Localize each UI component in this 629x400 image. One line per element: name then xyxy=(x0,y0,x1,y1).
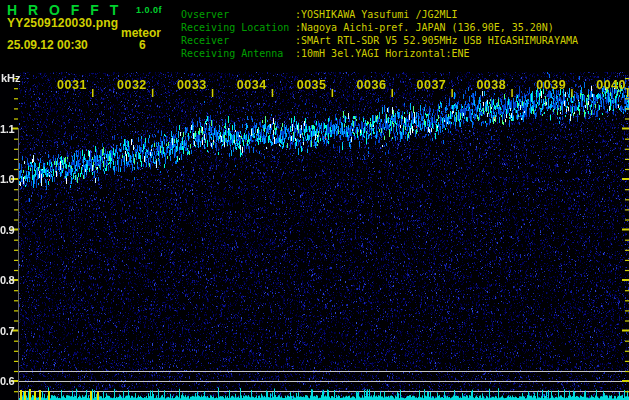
freq-axis-label: 1.1 xyxy=(0,123,14,135)
time-label: 0037 xyxy=(411,79,451,91)
info-value: :Nagoya Aichi-pref. JAPAN (136.90E, 35.2… xyxy=(295,22,554,33)
freq-axis-unit: kHz xyxy=(1,72,21,84)
station-info-block: Ovserver:YOSHIKAWA Yasufumi /JG2MLIRecei… xyxy=(181,8,578,60)
info-row: Ovserver:YOSHIKAWA Yasufumi /JG2MLI xyxy=(181,8,578,21)
time-label: 0038 xyxy=(471,79,511,91)
time-label: 0035 xyxy=(292,79,332,91)
info-row: Receiving Antenna:10mH 3el.YAGI Horizont… xyxy=(181,47,578,60)
meteor-count: 6 xyxy=(139,38,146,52)
info-label: Receiving Location xyxy=(181,21,295,34)
time-label: 0039 xyxy=(531,79,571,91)
info-value: :SMArt RTL-SDR V5 52.905MHz USB HIGASHIM… xyxy=(295,35,578,46)
info-value: :10mH 3el.YAGI Horizontal:ENE xyxy=(295,48,470,59)
info-row: Receiving Location:Nagoya Aichi-pref. JA… xyxy=(181,21,578,34)
spectrogram-canvas xyxy=(0,72,629,400)
info-value: :YOSHIKAWA Yasufumi /JG2MLI xyxy=(295,9,458,20)
freq-axis-label: 0.7 xyxy=(0,325,14,337)
freq-axis-label: 0.9 xyxy=(0,224,14,236)
datetime-label: 25.09.12 00:30 xyxy=(7,38,88,52)
time-label: 0034 xyxy=(232,79,272,91)
time-label: 0033 xyxy=(172,79,212,91)
freq-axis-label: 1.0 xyxy=(0,173,14,185)
app-version: 1.0.0f xyxy=(136,5,162,15)
info-row: Receiver:SMArt RTL-SDR V5 52.905MHz USB … xyxy=(181,34,578,47)
time-label: 0031 xyxy=(52,79,92,91)
info-label: Receiving Antenna xyxy=(181,47,295,60)
freq-axis-label: 0.6 xyxy=(0,375,14,387)
hrofft-image: H R O F F T 1.0.0f YY2509120030.png mete… xyxy=(0,0,629,400)
time-label: 0032 xyxy=(112,79,152,91)
time-label: 0040 xyxy=(591,79,629,91)
info-label: Ovserver xyxy=(181,8,295,21)
time-label: 0036 xyxy=(352,79,392,91)
freq-axis-label: 0.8 xyxy=(0,274,14,286)
info-label: Receiver xyxy=(181,34,295,47)
output-filename: YY2509120030.png xyxy=(7,16,118,30)
